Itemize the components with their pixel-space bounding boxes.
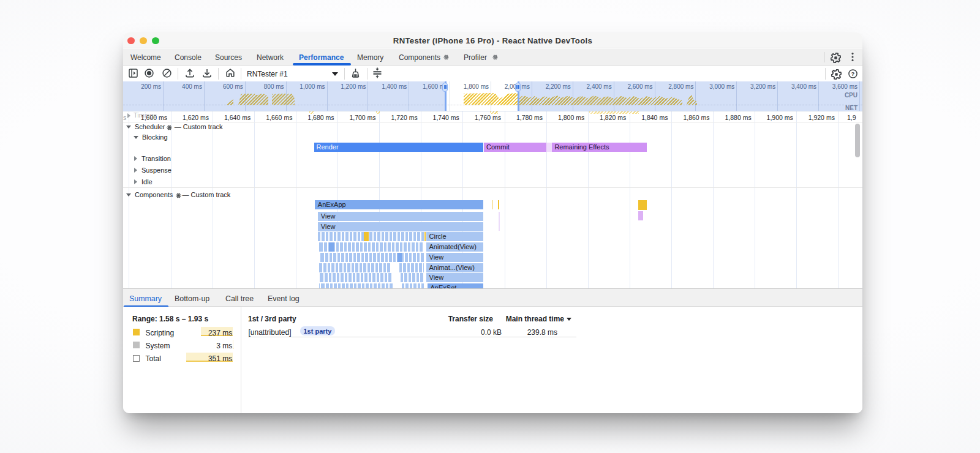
svg-text:?: ?: [851, 70, 854, 77]
